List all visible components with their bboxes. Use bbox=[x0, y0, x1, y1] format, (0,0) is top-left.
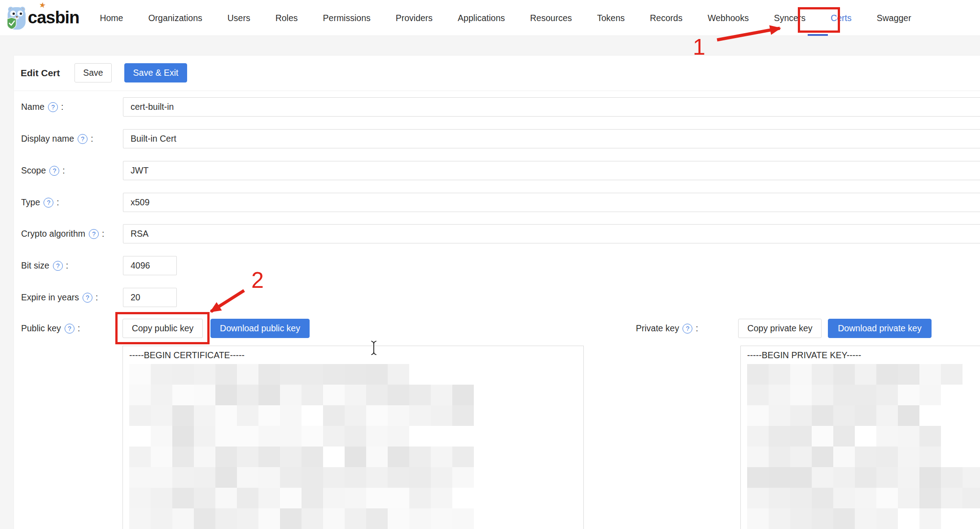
top-nav: casbin ★ Home Organizations Users Roles … bbox=[0, 0, 980, 36]
nav-item-syncers[interactable]: Syncers bbox=[761, 0, 818, 36]
colon: : bbox=[102, 229, 104, 239]
help-icon[interactable] bbox=[89, 229, 99, 239]
nav-item-records[interactable]: Records bbox=[637, 0, 695, 36]
public-key-textarea[interactable]: -----BEGIN CERTIFICATE----- bbox=[122, 346, 584, 529]
colon: : bbox=[696, 323, 698, 334]
help-icon[interactable] bbox=[83, 293, 92, 303]
logo-star-icon: ★ bbox=[39, 0, 47, 10]
help-icon[interactable] bbox=[49, 166, 59, 176]
display-name-label: Display name: bbox=[21, 129, 93, 148]
form-row-expire-years: Expire in years: bbox=[14, 288, 980, 307]
active-tab-indicator bbox=[808, 34, 828, 36]
copy-private-key-button[interactable]: Copy private key bbox=[738, 319, 822, 338]
scope-input[interactable] bbox=[123, 161, 980, 180]
form-row-private-key: Private key: Copy private key Download p… bbox=[14, 319, 980, 338]
nav-item-swagger[interactable]: Swagger bbox=[864, 0, 924, 36]
private-key-textarea[interactable]: -----BEGIN PRIVATE KEY----- bbox=[740, 346, 980, 529]
nav-menu: Home Organizations Users Roles Permissio… bbox=[87, 0, 923, 36]
header-divider bbox=[14, 91, 980, 91]
type-label-text: Type bbox=[21, 197, 40, 208]
colon: : bbox=[57, 197, 59, 208]
expire-years-label-text: Expire in years bbox=[21, 292, 79, 303]
type-input[interactable] bbox=[123, 193, 980, 212]
bit-size-input[interactable] bbox=[123, 256, 177, 275]
form-row-bit-size: Bit size: bbox=[14, 256, 980, 275]
private-key-blurred-content bbox=[747, 364, 980, 529]
expire-years-input[interactable] bbox=[123, 288, 177, 307]
colon: : bbox=[61, 102, 63, 112]
colon: : bbox=[91, 134, 93, 144]
bit-size-label-text: Bit size bbox=[21, 260, 49, 271]
type-label: Type: bbox=[21, 193, 59, 212]
name-label: Name: bbox=[21, 97, 63, 117]
logo-text: casbin bbox=[28, 8, 79, 27]
page-title: Edit Cert bbox=[21, 68, 66, 78]
nav-item-permissions[interactable]: Permissions bbox=[311, 0, 383, 36]
nav-item-resources[interactable]: Resources bbox=[517, 0, 584, 36]
download-private-key-button[interactable]: Download private key bbox=[828, 319, 932, 338]
nav-item-certs[interactable]: Certs bbox=[818, 0, 864, 36]
name-input[interactable] bbox=[123, 97, 980, 117]
form-row-name: Name: bbox=[14, 97, 980, 117]
nav-item-organizations[interactable]: Organizations bbox=[136, 0, 214, 36]
form-row-display-name: Display name: bbox=[14, 129, 980, 148]
card-header: Edit Cert Save Save & Exit bbox=[21, 63, 187, 82]
display-name-label-text: Display name bbox=[21, 134, 74, 144]
help-icon[interactable] bbox=[48, 102, 58, 112]
edit-cert-card: Edit Cert Save Save & Exit Name: Display… bbox=[13, 55, 980, 529]
crypto-algorithm-label-text: Crypto algorithm bbox=[21, 229, 85, 239]
colon: : bbox=[62, 165, 65, 176]
help-icon[interactable] bbox=[53, 261, 63, 271]
nav-item-providers[interactable]: Providers bbox=[383, 0, 445, 36]
name-label-text: Name bbox=[21, 102, 44, 112]
crypto-algorithm-label: Crypto algorithm: bbox=[21, 224, 104, 243]
expire-years-label: Expire in years: bbox=[21, 288, 98, 307]
bit-size-label: Bit size: bbox=[21, 256, 68, 275]
colon: : bbox=[96, 292, 98, 303]
nav-item-home[interactable]: Home bbox=[87, 0, 136, 36]
casbin-logo[interactable]: casbin ★ bbox=[6, 4, 79, 32]
nav-item-users[interactable]: Users bbox=[215, 0, 263, 36]
private-key-label-text: Private key bbox=[636, 323, 679, 334]
display-name-input[interactable] bbox=[123, 129, 980, 148]
help-icon[interactable] bbox=[44, 198, 53, 208]
save-and-exit-button[interactable]: Save & Exit bbox=[124, 63, 187, 82]
form-row-crypto-algorithm: Crypto algorithm: bbox=[14, 224, 980, 243]
help-icon[interactable] bbox=[682, 324, 692, 334]
nav-item-tokens[interactable]: Tokens bbox=[584, 0, 637, 36]
nav-item-webhooks[interactable]: Webhooks bbox=[695, 0, 761, 36]
form-row-type: Type: bbox=[14, 193, 980, 212]
colon: : bbox=[66, 260, 68, 271]
save-button[interactable]: Save bbox=[74, 63, 112, 82]
casbin-gopher-icon bbox=[6, 5, 27, 30]
crypto-algorithm-input[interactable] bbox=[123, 224, 980, 243]
public-key-first-line: -----BEGIN CERTIFICATE----- bbox=[129, 350, 245, 360]
nav-item-applications[interactable]: Applications bbox=[445, 0, 517, 36]
private-key-first-line: -----BEGIN PRIVATE KEY----- bbox=[747, 350, 861, 360]
private-key-label: Private key: bbox=[636, 319, 698, 338]
scope-label: Scope: bbox=[21, 161, 65, 180]
public-key-blurred-content bbox=[129, 364, 474, 529]
help-icon[interactable] bbox=[78, 134, 88, 144]
scope-label-text: Scope bbox=[21, 165, 46, 176]
nav-item-roles[interactable]: Roles bbox=[263, 0, 311, 36]
form-row-scope: Scope: bbox=[14, 161, 980, 180]
